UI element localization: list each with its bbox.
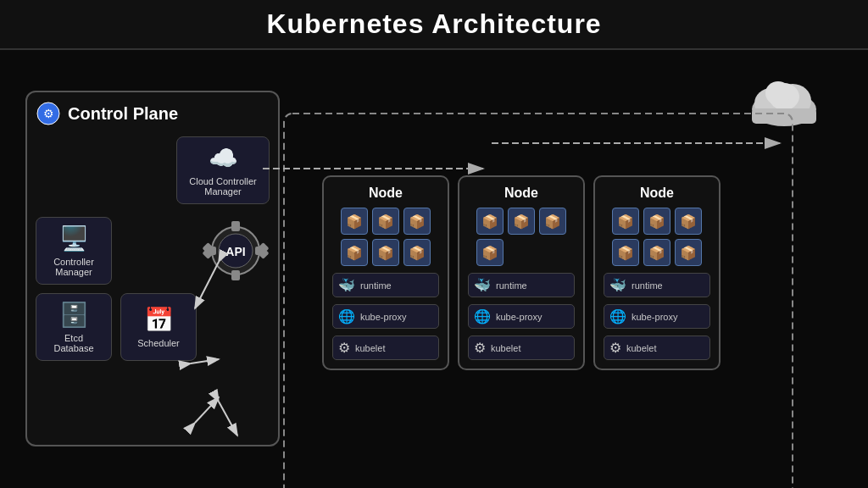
nodes-section: Node 📦 📦 📦 📦 📦 📦 🐳 runtime 🌐 kube-proxy (322, 175, 721, 370)
etcd-box: 🗄️ Etcd Database (36, 293, 112, 361)
controller-manager-icon: 🖥️ (59, 225, 89, 252)
cp-middle-row: 🖥️ Controller Manager (36, 217, 270, 285)
kube-proxy-label: kube-proxy (496, 312, 542, 322)
layout-wrapper: ⚙ Control Plane ☁️ Cloud Controller Mana… (0, 50, 868, 487)
k8s-logo-icon: ⚙ (36, 101, 61, 126)
runtime-icon: 🐳 (609, 277, 626, 293)
runtime-label: runtime (632, 280, 663, 291)
pod: 📦 (372, 208, 399, 235)
runtime-label: runtime (496, 280, 527, 291)
pod: 📦 (403, 208, 431, 235)
cloud-controller-manager-box: ☁️ Cloud Controller Manager (176, 136, 270, 204)
pod: 📦 (539, 208, 566, 235)
node-3-title: Node (640, 186, 674, 201)
pod: 📦 (372, 239, 399, 266)
scheduler-icon: 📅 (144, 306, 174, 334)
svg-text:⚙: ⚙ (43, 107, 54, 120)
pod: 📦 (476, 208, 504, 235)
runtime-label: runtime (360, 280, 392, 291)
page-title: Kubernetes Architecture (0, 8, 868, 40)
node-2: Node 📦 📦 📦 📦 🐳 runtime 🌐 kube-proxy ⚙ (458, 175, 585, 370)
kubelet-icon: ⚙ (474, 340, 486, 356)
node-3: Node 📦 📦 📦 📦 📦 📦 🐳 runtime 🌐 kube-proxy (593, 175, 721, 370)
api-gear-svg: API (202, 217, 270, 285)
cloud-icon (746, 71, 822, 142)
node-1-runtime: 🐳 runtime (332, 273, 439, 297)
controller-manager-box: 🖥️ Controller Manager (36, 217, 112, 285)
svg-rect-13 (231, 221, 240, 231)
kubelet-label: kubelet (626, 343, 656, 353)
kubelet-icon: ⚙ (609, 340, 621, 356)
kube-proxy-icon: 🌐 (474, 308, 491, 324)
cp-components: ☁️ Cloud Controller Manager 🖥️ Controlle… (36, 136, 270, 361)
svg-point-27 (765, 81, 791, 105)
svg-rect-14 (231, 270, 240, 280)
controller-manager-label: Controller Manager (43, 257, 104, 277)
control-plane: ⚙ Control Plane ☁️ Cloud Controller Mana… (25, 91, 280, 446)
cloud-controller-label: Cloud Controller Manager (184, 176, 262, 197)
runtime-icon: 🐳 (338, 277, 355, 293)
kubelet-label: kubelet (491, 343, 520, 353)
pod: 📦 (675, 239, 702, 266)
node-1-kubelet: ⚙ kubelet (332, 336, 439, 360)
node-2-kubelet: ⚙ kubelet (468, 336, 575, 360)
node-1-pods: 📦 📦 📦 📦 📦 📦 (341, 208, 431, 266)
pod: 📦 (643, 208, 670, 235)
control-plane-title: Control Plane (68, 104, 178, 124)
scheduler-box: 📅 Scheduler (120, 293, 197, 361)
pod: 📦 (508, 208, 535, 235)
etcd-icon: 🗄️ (59, 301, 89, 329)
cloud-svg (746, 71, 822, 130)
scheduler-label: Scheduler (137, 338, 180, 348)
node-3-kubelet: ⚙ kubelet (604, 336, 710, 360)
kubelet-icon: ⚙ (338, 340, 350, 356)
node-1: Node 📦 📦 📦 📦 📦 📦 🐳 runtime 🌐 kube-proxy (322, 175, 449, 370)
cp-bottom-row: 🗄️ Etcd Database 📅 Scheduler (36, 293, 270, 361)
pod: 📦 (643, 239, 670, 266)
node-1-title: Node (369, 186, 403, 201)
node-3-kube-proxy: 🌐 kube-proxy (604, 304, 710, 329)
node-3-pods: 📦 📦 📦 📦 📦 📦 (612, 208, 702, 266)
kube-proxy-icon: 🌐 (609, 308, 626, 324)
node-2-pods: 📦 📦 📦 📦 (476, 208, 566, 266)
kube-proxy-label: kube-proxy (632, 312, 677, 322)
pod: 📦 (612, 208, 639, 235)
pod: 📦 (341, 208, 368, 235)
pod: 📦 (675, 208, 702, 235)
svg-rect-28 (752, 108, 816, 124)
etcd-label: Etcd Database (43, 333, 104, 353)
kubelet-label: kubelet (355, 343, 385, 353)
api-gear-container: API (202, 217, 270, 285)
pod: 📦 (403, 239, 431, 266)
node-1-kube-proxy: 🌐 kube-proxy (332, 304, 439, 329)
runtime-icon: 🐳 (474, 277, 491, 293)
kube-proxy-icon: 🌐 (338, 308, 355, 324)
node-2-runtime: 🐳 runtime (468, 273, 575, 297)
kube-proxy-label: kube-proxy (360, 312, 406, 322)
cloud-section (746, 67, 822, 142)
pod: 📦 (476, 239, 504, 266)
control-plane-header: ⚙ Control Plane (36, 101, 270, 126)
main-content: ⚙ Control Plane ☁️ Cloud Controller Mana… (0, 50, 868, 487)
svg-text:API: API (225, 245, 245, 258)
title-bar: Kubernetes Architecture (0, 0, 868, 50)
node-2-title: Node (504, 186, 538, 201)
cloud-controller-icon: ☁️ (209, 144, 238, 172)
node-2-kube-proxy: 🌐 kube-proxy (468, 304, 575, 329)
pod: 📦 (612, 239, 639, 266)
pod: 📦 (341, 239, 368, 266)
node-3-runtime: 🐳 runtime (604, 273, 710, 297)
